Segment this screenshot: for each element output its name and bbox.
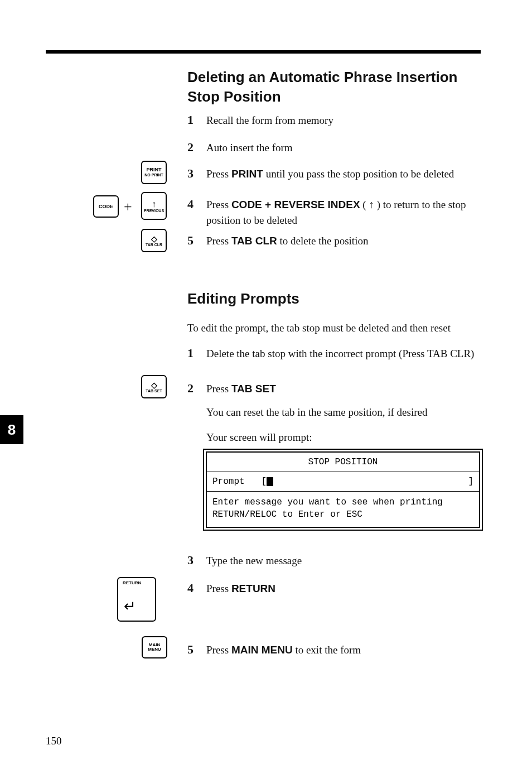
step-2-3: 3 Type the new message — [187, 551, 483, 569]
sub-b: Your screen will prompt: — [206, 430, 483, 445]
keycap-sublabel: TAB SET — [146, 389, 162, 393]
step-text: Delete the tab stop with the incorrect p… — [206, 346, 483, 362]
step-1-5: 5 Press TAB CLR to delete the position — [187, 232, 483, 249]
step-num: 4 — [187, 195, 206, 213]
reverse-index-keycap: ↑ PREVIOUS — [141, 192, 167, 220]
step-text: Press CODE + REVERSE INDEX ( ↑ ) to retu… — [206, 197, 483, 228]
step-num: 5 — [187, 641, 206, 658]
screen-prompt-row: Prompt [ ] — [207, 472, 479, 492]
step-1-3: 3 Press PRINT until you pass the stop po… — [187, 165, 483, 182]
keycap-label: CODE — [99, 204, 113, 209]
main-menu-keycap: MAIN MENU — [142, 636, 167, 658]
t: Press — [206, 583, 231, 594]
keycap-label: PRINT — [147, 167, 162, 173]
keycap-sublabel: PREVIOUS — [144, 209, 164, 213]
step-num: 2 — [187, 138, 206, 156]
step-num: 1 — [187, 111, 206, 129]
msg-line: RETURN/RELOC to Enter or ESC — [212, 508, 473, 521]
print-keycap: PRINT NO PRINT — [141, 161, 167, 184]
plus-symbol: + — [124, 199, 132, 215]
step-text: Press TAB CLR to delete the position — [206, 233, 483, 249]
keycap-sublabel: TAB CLR — [146, 243, 162, 247]
bracket-right: ] — [468, 477, 473, 487]
code-keycap: CODE — [93, 195, 119, 218]
t: Press — [206, 644, 231, 656]
screen-display: STOP POSITION Prompt [ ] Enter message y… — [203, 449, 483, 531]
step-num: 3 — [187, 551, 206, 569]
t: to exit the form — [293, 644, 361, 656]
header-rule — [46, 50, 481, 54]
up-arrow-icon: ↑ — [152, 200, 156, 209]
keycap-label: RETURN — [123, 580, 141, 585]
key: MAIN MENU — [231, 644, 293, 656]
diamond-icon: ◇ — [151, 235, 157, 243]
return-arrow-icon: ↵ — [124, 598, 136, 615]
t: Press — [206, 383, 231, 395]
keycap-sublabel: NO PRINT — [144, 173, 163, 177]
step-text: Press MAIN MENU to exit the form — [206, 642, 483, 658]
section2-title: Editing Prompts — [187, 289, 477, 309]
step-text: Type the new message — [206, 553, 483, 569]
key: CODE + REVERSE INDEX — [231, 199, 360, 210]
step-num: 3 — [187, 165, 206, 182]
key: TAB SET — [231, 383, 276, 395]
screen-message: Enter message you want to see when print… — [207, 492, 479, 527]
t: to delete the position — [277, 235, 369, 247]
step-num: 4 — [187, 579, 206, 597]
keycap-label: MENU — [148, 647, 161, 652]
bracket-left: [ — [262, 477, 267, 487]
t: Press — [206, 235, 231, 247]
screen-header: STOP POSITION — [207, 453, 479, 472]
step-1-4: 4 Press CODE + REVERSE INDEX ( ↑ ) to re… — [187, 195, 483, 228]
return-keycap: RETURN ↵ — [117, 577, 156, 622]
step-num: 5 — [187, 232, 206, 249]
section2-intro: To edit the prompt, the tab stop must be… — [187, 320, 483, 336]
cursor-icon — [267, 477, 273, 486]
tab-set-keycap: ◇ TAB SET — [141, 375, 167, 398]
step-text: Press PRINT until you pass the stop posi… — [206, 166, 483, 182]
t: Press — [206, 168, 231, 180]
step-text: Press TAB SET — [206, 381, 483, 397]
page-number: 150 — [46, 735, 62, 747]
step-2-4: 4 Press RETURN — [187, 579, 483, 597]
step-1-1: 1 Recall the form from memory — [187, 111, 483, 129]
key: RETURN — [231, 583, 275, 594]
key: TAB CLR — [231, 235, 277, 247]
step-1-2: 2 Auto insert the form — [187, 138, 483, 156]
diamond-icon: ◇ — [151, 381, 157, 389]
step-2-5: 5 Press MAIN MENU to exit the form — [187, 641, 483, 658]
step-2-2: 2 Press TAB SET — [187, 379, 483, 397]
sub-a: You can reset the tab in the same positi… — [206, 405, 483, 420]
step-num: 1 — [187, 344, 206, 362]
prompt-label: Prompt — [212, 477, 245, 487]
msg-line: Enter message you want to see when print… — [212, 496, 473, 508]
step-num: 2 — [187, 379, 206, 397]
t: Press — [206, 199, 231, 210]
step-text: Auto insert the form — [206, 140, 483, 156]
t: until you pass the stop position to be d… — [263, 168, 454, 180]
section1-title: Deleting an Automatic Phrase Insertion S… — [187, 68, 477, 107]
key: PRINT — [231, 168, 263, 180]
tab-clr-keycap: ◇ TAB CLR — [141, 229, 167, 252]
step-text: Press RETURN — [206, 581, 483, 597]
step-text: Recall the form from memory — [206, 113, 483, 128]
step-2-1: 1 Delete the tab stop with the incorrect… — [187, 344, 483, 362]
chapter-tab: 8 — [0, 415, 23, 444]
